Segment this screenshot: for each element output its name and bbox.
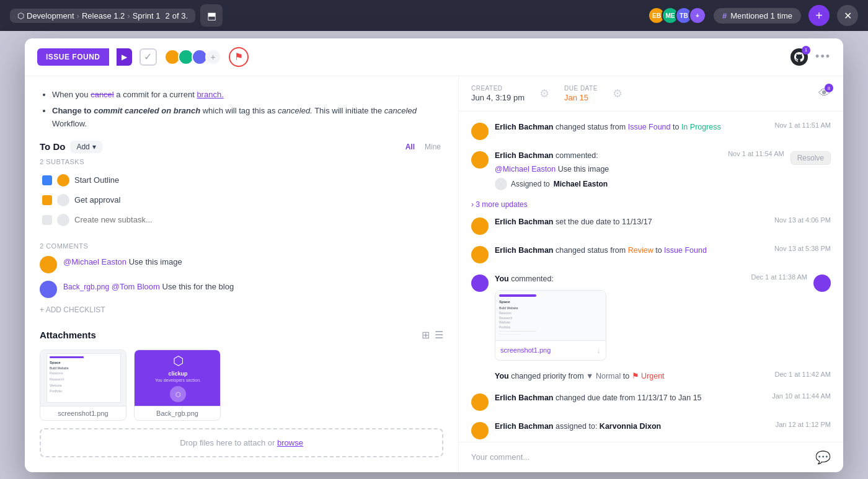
activity-text-5: You commented: Space Build Website Rea — [495, 273, 745, 361]
activity-text-6: You changed priority from ▼ Normal to ⚑ … — [495, 371, 769, 382]
status-button[interactable]: ISSUE FOUND — [37, 48, 109, 66]
sprint-name[interactable]: Sprint 1 — [133, 11, 161, 20]
activity-time-5: Dec 1 at 11:38 AM — [751, 273, 808, 281]
due-value: Jan 15 — [564, 93, 598, 102]
activity-time-1: Nov 1 at 11:51 AM — [775, 121, 831, 129]
task-modal: ISSUE FOUND ▶ ✓ + ⚑ 1 ••• — [25, 38, 843, 472]
comment-row-2: Back_rgb.png @Tom Bloom Use this for the… — [40, 281, 443, 298]
subtask-row-1[interactable]: Start Outline — [40, 170, 443, 190]
browse-link[interactable]: browse — [277, 438, 303, 447]
project-name: Development — [27, 11, 74, 20]
comment-row-1: @Michael Easton Use this image — [40, 256, 443, 273]
add-assignee-button[interactable]: + — [205, 49, 221, 65]
activity-due-2: Erlich Bachman changed due date from 11/… — [471, 392, 831, 411]
drop-zone: Drop files here to attach or browse — [40, 428, 443, 457]
attachments-grid: Space Build Website Reasons Research Web… — [40, 349, 443, 421]
watch-badge: 8 — [825, 84, 833, 92]
attachment-name-2: Back_rgb.png — [135, 406, 220, 420]
content-text: When you cancel a commit for a current b… — [40, 89, 443, 131]
filter-mine-tab[interactable]: Mine — [422, 141, 443, 152]
export-button[interactable]: ⬒ — [200, 4, 223, 27]
flag-button[interactable]: ⚑ — [229, 47, 249, 67]
activity-time-3: Nov 13 at 4:06 PM — [774, 216, 831, 224]
comments-label: 2 COMMENTS — [40, 242, 443, 250]
new-subtask-row — [40, 210, 443, 230]
screenshot-preview[interactable]: Space Build Website Reasons Research Web… — [495, 290, 606, 361]
assignee-avatars: + — [164, 49, 221, 65]
due-label: DUE DATE — [564, 85, 598, 92]
activity-assign: Erlich Bachman assigned to: Karvonnia Di… — [471, 421, 831, 439]
mentioned-text: Mentioned 1 time — [730, 11, 792, 20]
new-subtask-input[interactable] — [74, 215, 441, 224]
subtask-icon-1 — [42, 175, 52, 185]
due-icon[interactable]: ⚙ — [613, 87, 622, 100]
activity-text-7: Erlich Bachman changed due date from 11/… — [495, 392, 766, 404]
comment-filename[interactable]: Back_rgb.png — [63, 283, 109, 291]
send-button[interactable]: 💬 — [815, 450, 831, 465]
assigned-row: Assigned to Michael Easton — [495, 178, 722, 190]
more-menu-button[interactable]: ••• — [815, 50, 831, 63]
watch-button[interactable]: 👁 8 — [818, 86, 831, 100]
attachment-back-rgb[interactable]: ⬡ clickup You developers section. ⬡ Back… — [134, 349, 221, 421]
attachments-section: Attachments ⊞ ☰ Space — [40, 329, 443, 457]
close-button[interactable]: ✕ — [837, 5, 858, 26]
breadcrumb[interactable]: ⬡ Development › Release 1.2 › Sprint 1 2… — [10, 9, 195, 23]
activity-avatar-7 — [471, 422, 489, 439]
todo-filter-tabs: All Mine — [403, 141, 443, 152]
comment-avatar-2 — [40, 281, 57, 298]
created-value: Jun 4, 3:19 pm — [471, 93, 525, 102]
activity-time-6: Dec 1 at 11:42 AM — [775, 371, 831, 378]
more-updates-button[interactable]: › 3 more updates — [471, 200, 831, 209]
status-arrow-button[interactable]: ▶ — [117, 48, 132, 66]
activity-avatar-2 — [471, 151, 489, 169]
priority-urgent: ⚑ Urgent — [632, 371, 665, 382]
mentioned-badge[interactable]: # Mentioned 1 time — [714, 8, 801, 24]
right-panel: CREATED Jun 4, 3:19 pm ⚙ DUE DATE Jan 15… — [459, 76, 843, 472]
activity-due-1: Erlich Bachman set the due date to 11/13… — [471, 216, 831, 235]
topbar: ⬡ Development › Release 1.2 › Sprint 1 2… — [0, 0, 868, 31]
activity-time-2: Nov 1 at 11:54 AM — [728, 150, 784, 157]
created-label: CREATED — [471, 85, 525, 92]
activity-avatar-3 — [471, 218, 489, 235]
github-icon-wrapper: 1 — [790, 48, 808, 66]
todo-title: To Do — [40, 141, 65, 152]
subtask-count: 2 SUBTASKS — [40, 158, 443, 165]
left-panel: When you cancel a commit for a current b… — [25, 76, 459, 472]
grid-view-button[interactable]: ⊞ — [422, 329, 430, 341]
created-meta: CREATED Jun 4, 3:19 pm — [471, 85, 525, 102]
activity-avatar-5 — [471, 275, 489, 292]
filter-all-tab[interactable]: All — [403, 141, 417, 152]
activity-text-8: Erlich Bachman assigned to: Karvonnia Di… — [495, 421, 769, 433]
list-view-button[interactable]: ☰ — [435, 329, 443, 341]
add-button[interactable]: + — [808, 5, 830, 26]
sprint-of: of 3. — [172, 11, 188, 20]
download-icon[interactable]: ↓ — [596, 344, 601, 357]
comment-mention-2[interactable]: @Tom Bloom — [112, 282, 160, 291]
comment-mention-1[interactable]: @Michael Easton — [63, 257, 126, 266]
attachment-screenshot1[interactable]: Space Build Website Reasons Research Web… — [40, 349, 126, 421]
activity-text-4: Erlich Bachman changed status from Revie… — [495, 245, 768, 257]
add-checklist-button[interactable]: + ADD CHECKLIST — [40, 305, 443, 314]
subtask-row-2[interactable]: Get approval — [40, 190, 443, 210]
comment-input-row: 💬 — [459, 442, 843, 472]
subtask-label-2: Get approval — [74, 195, 120, 204]
created-icon[interactable]: ⚙ — [539, 87, 549, 100]
resolve-button[interactable]: Resolve — [790, 151, 831, 165]
sprint-num: 2 — [166, 11, 170, 20]
attachment-name-1: screenshot1.png — [40, 406, 126, 420]
check-button[interactable]: ✓ — [140, 48, 157, 66]
subtask-avatar-new — [57, 214, 69, 226]
github-badge: 1 — [802, 46, 810, 55]
comment-mention-a[interactable]: @Michael Easton — [495, 165, 556, 174]
todo-add-button[interactable]: Add ▾ — [70, 141, 102, 153]
modal-body: When you cancel a commit for a current b… — [25, 76, 843, 472]
activity-avatar-1 — [471, 123, 489, 140]
comment-input[interactable] — [471, 452, 809, 462]
comment-avatar-1 — [40, 256, 57, 273]
screenshot-filename[interactable]: screenshot1.png — [500, 345, 551, 356]
comment-text-2: Back_rgb.png @Tom Bloom Use this for the… — [63, 281, 234, 293]
priority-normal: ▼ Normal — [586, 371, 621, 382]
subtask-avatar-1 — [57, 174, 69, 187]
release-name[interactable]: Release 1.2 — [82, 11, 125, 20]
activity-status-2: Erlich Bachman changed status from Revie… — [471, 245, 831, 263]
